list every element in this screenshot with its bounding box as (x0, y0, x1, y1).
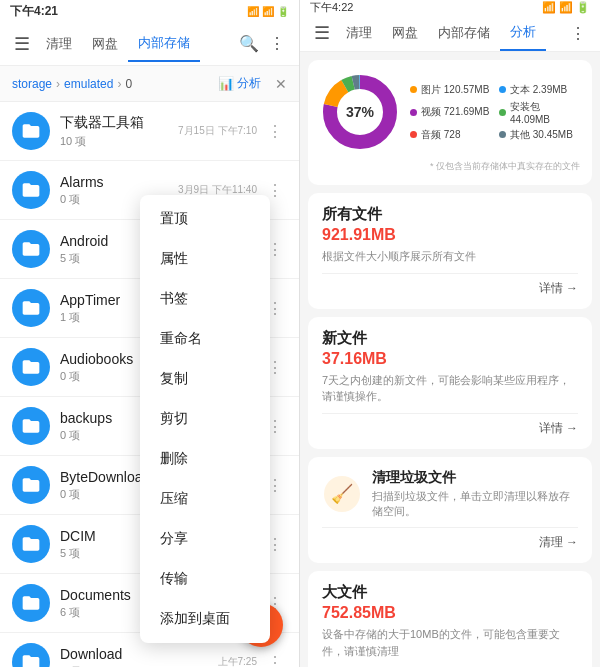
menu-item-properties[interactable]: 属性 (140, 239, 270, 279)
chart-card: 37% 图片 120.57MB 文本 2.39MB 视频 721.69MB 安 (308, 60, 592, 185)
folder-icon-5 (12, 407, 50, 445)
clean-desc: 扫描到垃圾文件，单击立即清理以释放存储空间。 (372, 489, 578, 520)
legend-apk: 安装包 44.09MB (499, 100, 580, 125)
right-panel: 下午4:22 📶 📶 🔋 ☰ 清理 网盘 内部存储 分析 ⋮ (300, 0, 600, 667)
folder-icon-1 (12, 171, 50, 209)
menu-item-add-desktop[interactable]: 添加到桌面 (140, 599, 270, 639)
svg-text:🧹: 🧹 (331, 483, 354, 505)
file-item-0[interactable]: 下载器工具箱 10 项 7月15日 下午7:10 ⋮ (0, 102, 299, 161)
left-status-bar: 下午4:21 📶 📶 🔋 (0, 0, 299, 22)
right-top-nav: ☰ 清理 网盘 内部存储 分析 ⋮ (300, 15, 600, 52)
folder-icon-8 (12, 584, 50, 622)
folder-icon-6 (12, 466, 50, 504)
menu-item-compress[interactable]: 压缩 (140, 479, 270, 519)
right-battery-icon: 🔋 (576, 1, 590, 13)
breadcrumb-emulated[interactable]: emulated (64, 77, 113, 91)
hamburger-icon[interactable]: ☰ (8, 29, 36, 59)
new-files-title: 新文件 (322, 329, 578, 348)
donut-chart: 37% (320, 72, 400, 152)
folder-icon-7 (12, 525, 50, 563)
menu-item-delete[interactable]: 删除 (140, 439, 270, 479)
right-wifi-icon: 📶 (559, 1, 573, 13)
new-files-card: 新文件 37.16MB 7天之内创建的新文件，可能会影响某些应用程序，请谨慎操作… (308, 317, 592, 449)
all-files-desc: 根据文件大小顺序展示所有文件 (322, 248, 578, 265)
folder-icon-3 (12, 289, 50, 327)
right-hamburger-icon[interactable]: ☰ (308, 18, 336, 48)
more-icon[interactable]: ⋮ (263, 30, 291, 58)
chart-icon: 📊 (218, 76, 234, 91)
menu-item-rename[interactable]: 重命名 (140, 319, 270, 359)
legend-other: 其他 30.45MB (499, 128, 580, 142)
all-files-detail-link[interactable]: 详情 (539, 280, 578, 297)
file-date-9: 上午7:25 (218, 655, 257, 667)
legend-label-apk: 安装包 44.09MB (510, 100, 580, 125)
chart-legend: 图片 120.57MB 文本 2.39MB 视频 721.69MB 安装包 44… (410, 83, 580, 142)
search-icon[interactable]: 🔍 (235, 30, 263, 58)
legend-label-text: 文本 2.39MB (510, 83, 567, 97)
large-files-desc: 设备中存储的大于10MB的文件，可能包含重要文件，请谨慎清理 (322, 626, 578, 659)
menu-item-copy[interactable]: 复制 (140, 359, 270, 399)
legend-video: 视频 721.69MB (410, 100, 491, 125)
nav-internal[interactable]: 内部存储 (128, 26, 200, 62)
donut-percentage: 37% (346, 104, 374, 120)
right-nav-clean[interactable]: 清理 (336, 16, 382, 50)
menu-item-share[interactable]: 分享 (140, 519, 270, 559)
large-files-title: 大文件 (322, 583, 578, 602)
all-files-card: 所有文件 921.91MB 根据文件大小顺序展示所有文件 详情 (308, 193, 592, 309)
clean-info: 清理垃圾文件 扫描到垃圾文件，单击立即清理以释放存储空间。 (372, 469, 578, 520)
nav-cloud[interactable]: 网盘 (82, 27, 128, 61)
wifi-icon: 📶 (262, 6, 274, 17)
analysis-link[interactable]: 📊 分析 (218, 75, 261, 92)
file-more-9[interactable]: ⋮ (263, 650, 287, 667)
legend-dot-text (499, 86, 506, 93)
right-nav-internal[interactable]: 内部存储 (428, 16, 500, 50)
left-status-icons: 📶 📶 🔋 (247, 6, 289, 17)
menu-item-pintop[interactable]: 置顶 (140, 199, 270, 239)
right-nav-analysis[interactable]: 分析 (500, 15, 546, 51)
legend-dot-video (410, 109, 417, 116)
breadcrumb-actions: 📊 分析 ✕ (218, 75, 287, 92)
menu-item-transfer[interactable]: 传输 (140, 559, 270, 599)
all-files-footer: 详情 (322, 273, 578, 297)
donut-section: 37% 图片 120.57MB 文本 2.39MB 视频 721.69MB 安 (320, 72, 580, 152)
right-more-icon[interactable]: ⋮ (564, 19, 592, 47)
new-files-detail-link[interactable]: 详情 (539, 420, 578, 437)
right-status-bar: 下午4:22 📶 📶 🔋 (300, 0, 600, 15)
legend-label-other: 其他 30.45MB (510, 128, 573, 142)
analysis-label[interactable]: 分析 (237, 75, 261, 92)
new-files-desc: 7天之内创建的新文件，可能会影响某些应用程序，请谨慎操作。 (322, 372, 578, 405)
breadcrumb-storage[interactable]: storage (12, 77, 52, 91)
legend-dot-audio (410, 131, 417, 138)
folder-icon-0 (12, 112, 50, 150)
file-date-0: 7月15日 下午7:10 (178, 124, 257, 138)
new-files-size: 37.16MB (322, 350, 578, 368)
file-name-1: Alarms (60, 174, 178, 190)
legend-audio: 音频 728 (410, 128, 491, 142)
close-icon[interactable]: ✕ (275, 76, 287, 92)
legend-label-photos: 图片 120.57MB (421, 83, 489, 97)
file-more-0[interactable]: ⋮ (263, 119, 287, 143)
left-panel: 下午4:21 📶 📶 🔋 ☰ 清理 网盘 内部存储 🔍 ⋮ storage › … (0, 0, 300, 667)
clean-junk-card: 🧹 清理垃圾文件 扫描到垃圾文件，单击立即清理以释放存储空间。 清理 → (308, 457, 592, 564)
file-info-0: 下载器工具箱 10 项 (60, 114, 178, 149)
legend-photos: 图片 120.57MB (410, 83, 491, 97)
nav-clean[interactable]: 清理 (36, 27, 82, 61)
breadcrumb-0: 0 (125, 77, 132, 91)
clean-junk-footer: 清理 → (322, 527, 578, 551)
signal-icon: 📶 (247, 6, 259, 17)
menu-item-bookmark[interactable]: 书签 (140, 279, 270, 319)
left-time: 下午4:21 (10, 3, 58, 20)
right-nav-cloud[interactable]: 网盘 (382, 16, 428, 50)
menu-item-cut[interactable]: 剪切 (140, 399, 270, 439)
legend-text: 文本 2.39MB (499, 83, 580, 97)
right-status-icons: 📶 📶 🔋 (542, 1, 590, 14)
legend-dot-photos (410, 86, 417, 93)
folder-icon-9 (12, 643, 50, 667)
all-files-size: 921.91MB (322, 226, 578, 244)
right-time: 下午4:22 (310, 0, 353, 15)
all-files-title: 所有文件 (322, 205, 578, 224)
clean-junk-action-link[interactable]: 清理 → (539, 534, 578, 551)
file-name-9: Download (60, 646, 218, 662)
clean-junk-section: 🧹 清理垃圾文件 扫描到垃圾文件，单击立即清理以释放存储空间。 (322, 469, 578, 520)
legend-label-audio: 音频 728 (421, 128, 460, 142)
